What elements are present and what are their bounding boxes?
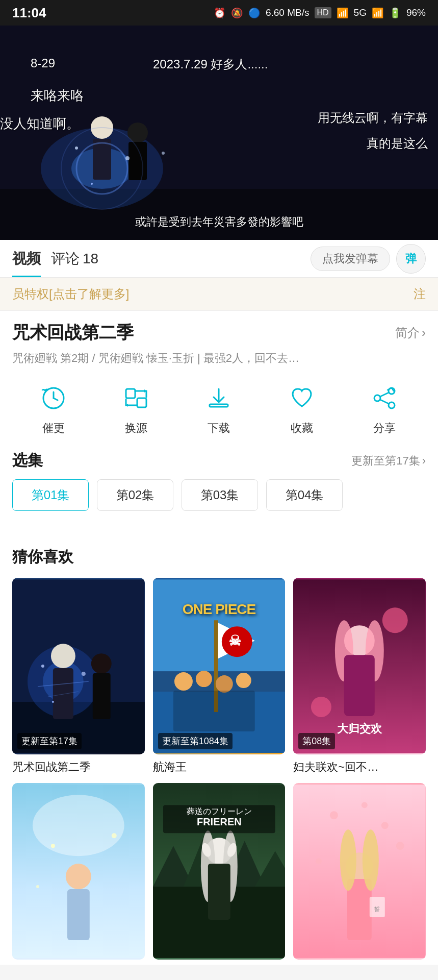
recommend-thumb-frieren: 葬送のフリーレン FRIEREN [153, 783, 286, 960]
svg-point-23 [389, 402, 395, 408]
battery-icon: 🔋 [389, 7, 401, 19]
recommend-item-frieren[interactable]: 葬送のフリーレン FRIEREN [153, 783, 286, 965]
svg-line-24 [380, 393, 389, 397]
episode-btn-04[interactable]: 第04集 [266, 479, 343, 511]
danmaku-line-5: 用无线云啊，有字幕 [318, 110, 428, 126]
svg-rect-63 [67, 889, 90, 940]
svg-point-66 [36, 885, 39, 888]
battery-percent: 96% [406, 7, 426, 18]
member-text: 员特权[点击了解更多] [12, 286, 129, 302]
svg-point-49 [236, 673, 251, 688]
onepiece-badge: 更新至第1084集 [158, 733, 233, 749]
episode-section-header: 选集 更新至第17集 › [12, 450, 426, 471]
network-speed: 6.60 MB/s [266, 7, 310, 18]
status-icons: ⏰ 🔕 🔵 6.60 MB/s HD 📶 5G 📶 🔋 96% [214, 7, 426, 19]
member-right-text: 注 [414, 286, 426, 302]
alarm-icon: ⏰ [214, 7, 226, 19]
svg-point-85 [316, 858, 322, 864]
svg-point-64 [51, 844, 55, 848]
svg-point-58 [311, 697, 331, 717]
recommend-item-jujutsu[interactable]: 更新至第17集 咒术回战第二季 [12, 578, 145, 775]
urge-label: 催更 [42, 421, 65, 436]
svg-text:葬送のフリーレン: 葬送のフリーレン [186, 807, 251, 816]
svg-point-65 [112, 833, 117, 838]
switch-source-label: 换源 [125, 421, 147, 436]
recommend-thumb-anime4 [12, 783, 145, 960]
clock-icon [36, 381, 71, 415]
svg-rect-31 [53, 668, 73, 719]
status-time-area: 11:04 [12, 5, 46, 21]
recommend-thumb-onepiece: ☠ ONE PIECE 更新至第1084集 [153, 578, 286, 754]
onepiece-title: 航海王 [153, 760, 286, 775]
tabs-bar: 视频 评论 18 点我发弹幕 弹 [0, 240, 438, 278]
share-label: 分享 [373, 421, 396, 436]
tab-video[interactable]: 视频 [12, 240, 51, 277]
svg-text:☠: ☠ [228, 633, 241, 649]
danmaku-send-button[interactable]: 点我发弹幕 [311, 247, 390, 271]
svg-point-84 [381, 822, 389, 829]
signal-icon: 5G [354, 7, 367, 18]
urge-button[interactable]: 催更 [36, 381, 71, 436]
comment-count: 18 [83, 251, 98, 267]
recommend-item-anime4[interactable] [12, 783, 145, 965]
episode-btn-02[interactable]: 第02集 [97, 479, 173, 511]
svg-point-47 [196, 671, 212, 687]
video-subtitle: 或許是受到去年災害多發的影響吧 [0, 214, 438, 230]
svg-point-90 [340, 829, 356, 891]
svg-point-62 [66, 864, 91, 889]
status-bar: 11:04 ⏰ 🔕 🔵 6.60 MB/s HD 📶 5G 📶 🔋 96% [0, 0, 438, 26]
svg-point-35 [82, 672, 86, 676]
content-area: 咒术回战第二季 简介 › 咒術廻戦 第2期 / 咒術廻戦 懐玉·玉折 | 最强2… [0, 311, 438, 536]
danmaku-toggle-button[interactable]: 弹 [396, 244, 426, 274]
svg-point-22 [374, 395, 380, 401]
danmaku-overlay: 8-29 2023.7.29 好多人...... 来咯来咯 没人知道啊。 用无线… [0, 26, 438, 240]
svg-text:FRIEREN: FRIEREN [197, 816, 242, 827]
recommend-item-anime6[interactable]: 誓 [293, 783, 426, 965]
anime3-title: 妇夫联欢~回不… [293, 760, 426, 775]
recommend-thumb-anime6: 誓 [293, 783, 426, 960]
share-button[interactable]: 分享 [367, 381, 402, 436]
mute-icon: 🔕 [231, 7, 243, 19]
download-label: 下载 [208, 421, 230, 436]
tab-comments[interactable]: 评论 18 [51, 240, 109, 277]
jujutsu-badge: 更新至第17集 [17, 733, 82, 749]
status-time: 11:04 [12, 5, 46, 21]
svg-point-46 [174, 672, 193, 691]
download-button[interactable]: 下载 [201, 381, 236, 436]
member-banner[interactable]: 员特权[点击了解更多] 注 [0, 278, 438, 311]
svg-point-61 [33, 795, 124, 856]
swap-icon [119, 381, 153, 415]
episode-section-title: 选集 [12, 450, 43, 471]
video-background: 8-29 2023.7.29 好多人...... 来咯来咯 没人知道啊。 用无线… [0, 26, 438, 240]
hd-badge: HD [315, 7, 331, 18]
recommend-grid: 更新至第17集 咒术回战第二季 ☠ [12, 578, 426, 965]
recommend-title: 猜你喜欢 [12, 547, 426, 568]
bluetooth-icon: 🔵 [248, 7, 261, 19]
recommend-item-anime3[interactable]: 大归交欢 第08集 妇夫联欢~回不… [293, 578, 426, 775]
svg-rect-33 [93, 673, 111, 719]
svg-line-16 [54, 398, 58, 400]
recommend-item-onepiece[interactable]: ☠ ONE PIECE 更新至第1084集 航海王 [153, 578, 286, 775]
switch-source-button[interactable]: 换源 [119, 381, 153, 436]
danmaku-actions: 点我发弹幕 弹 [311, 244, 426, 274]
heart-icon [285, 381, 319, 415]
svg-point-91 [363, 829, 379, 891]
svg-rect-17 [126, 389, 135, 398]
episode-btn-01[interactable]: 第01集 [12, 479, 89, 511]
svg-point-86 [396, 842, 404, 850]
svg-point-34 [41, 665, 44, 668]
onepiece-logo: ONE PIECE [183, 601, 255, 618]
intro-link[interactable]: 简介 › [395, 325, 426, 341]
episode-more-link[interactable]: 更新至第17集 › [351, 453, 426, 469]
danmaku-line-4: 没人知道啊。 [0, 115, 80, 133]
svg-rect-19 [210, 404, 228, 407]
collect-button[interactable]: 收藏 [285, 381, 319, 436]
recommend-thumb-jujutsu: 更新至第17集 [12, 578, 145, 754]
title-row: 咒术回战第二季 简介 › [12, 321, 426, 345]
video-player[interactable]: 8-29 2023.7.29 好多人...... 来咯来咯 没人知道啊。 用无线… [0, 26, 438, 240]
episode-btn-03[interactable]: 第03集 [182, 479, 258, 511]
svg-text:大归交欢: 大归交欢 [337, 722, 382, 735]
episode-list: 第01集 第02集 第03集 第04集 [12, 479, 426, 511]
anime-tags: 咒術廻戦 第2期 / 咒術廻戦 懐玉·玉折 | 最强2人，回不去… [12, 350, 426, 366]
danmaku-line-6: 真的是这么 [367, 135, 428, 152]
